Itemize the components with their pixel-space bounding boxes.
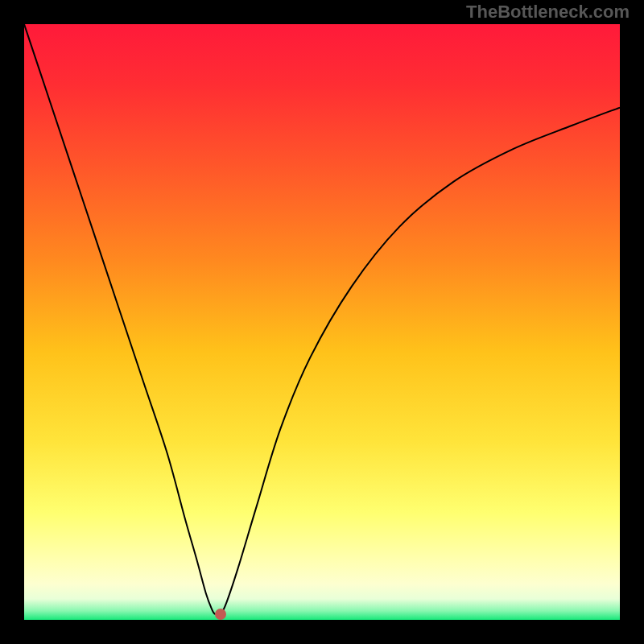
bottleneck-curve — [24, 24, 620, 620]
watermark-text: TheBottleneck.com — [466, 2, 630, 23]
plot-area — [24, 24, 620, 620]
chart-frame: TheBottleneck.com — [0, 0, 644, 644]
optimum-marker — [215, 609, 226, 620]
